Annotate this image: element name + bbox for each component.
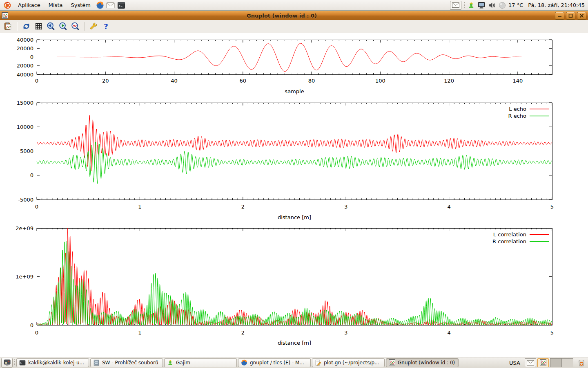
svg-text:40000: 40000 xyxy=(17,37,33,43)
taskbar-button-firefox[interactable]: gnuplot / tics (E) - M... xyxy=(238,358,311,367)
gajim-status-icon[interactable] xyxy=(468,2,475,9)
trash-applet[interactable] xyxy=(576,358,587,368)
maximize-button[interactable] xyxy=(566,12,575,20)
keyboard-layout-indicator[interactable]: USA xyxy=(506,360,523,366)
mail-launcher[interactable] xyxy=(106,0,116,10)
gnuplot-icon xyxy=(2,12,8,19)
gajim-icon xyxy=(167,359,174,366)
svg-text:R correlation: R correlation xyxy=(492,238,526,245)
toolbar-separator xyxy=(17,22,18,31)
mail-tray-button[interactable] xyxy=(525,358,536,367)
svg-text:-40000: -40000 xyxy=(15,72,33,78)
taskbar-button-gajim[interactable]: Gajim xyxy=(164,358,237,367)
gnuplot-plot-area[interactable]: 020406080100120140-40000-200000200004000… xyxy=(0,33,588,357)
gnuplot-tray-button[interactable] xyxy=(537,358,549,367)
svg-text:0: 0 xyxy=(35,204,38,210)
taskbar-button-file-manager[interactable]: SW - Prohlížeč souborů xyxy=(90,358,163,367)
mail-tray-icon xyxy=(452,2,459,8)
taskbar-button-terminal[interactable]: kaklik@kaklik-kolej-u... xyxy=(16,358,89,367)
zoom-next-button[interactable] xyxy=(58,21,69,32)
svg-text:4: 4 xyxy=(447,204,450,210)
replot-button[interactable] xyxy=(21,21,32,32)
mail-icon xyxy=(106,1,115,9)
svg-text:0: 0 xyxy=(30,54,33,60)
svg-text:3: 3 xyxy=(344,330,347,336)
svg-text:80: 80 xyxy=(308,78,315,84)
svg-text:5: 5 xyxy=(550,204,554,210)
gnuplot-window-icon xyxy=(2,12,9,19)
svg-text:10000: 10000 xyxy=(17,124,33,130)
minimize-button[interactable] xyxy=(555,12,564,20)
top-panel: Aplikace Místa Systém xyxy=(0,0,588,11)
file-manager-icon xyxy=(93,359,100,366)
series-l-correlation xyxy=(37,228,552,325)
taskbar: kaklik@kaklik-kolej-u... SW - Prohlížeč … xyxy=(0,357,588,368)
plot-3: 01234501e+092e+09distance [m]L correlati… xyxy=(16,225,554,346)
svg-text:2e+09: 2e+09 xyxy=(16,225,33,231)
window-list-handle[interactable] xyxy=(14,359,15,366)
plots-svg: 020406080100120140-40000-200000200004000… xyxy=(0,33,588,357)
clock-label[interactable]: Pá, 18. září, 21:40:45 xyxy=(528,2,585,8)
trash-icon xyxy=(577,358,586,367)
zoom-next-icon xyxy=(58,22,68,31)
svg-text:20: 20 xyxy=(102,78,109,84)
svg-text:4: 4 xyxy=(447,330,450,336)
close-button[interactable] xyxy=(577,12,586,20)
svg-text:140: 140 xyxy=(512,78,523,84)
menu-applications[interactable]: Aplikace xyxy=(14,0,45,10)
applet-handle[interactable] xyxy=(464,2,465,9)
ubuntu-logo-icon xyxy=(3,1,11,9)
autoscale-button[interactable] xyxy=(70,21,81,32)
svg-text:?: ? xyxy=(104,22,108,31)
svg-text:40: 40 xyxy=(171,78,178,84)
workspace-1[interactable] xyxy=(550,359,561,367)
svg-text:5: 5 xyxy=(550,330,554,336)
firefox-icon xyxy=(241,359,247,366)
settings-button[interactable] xyxy=(88,21,99,32)
series-r-echo xyxy=(37,142,552,184)
text-editor-icon xyxy=(315,359,321,366)
svg-text:-5000: -5000 xyxy=(18,197,33,203)
firefox-launcher[interactable] xyxy=(95,0,105,10)
minimize-icon xyxy=(557,14,562,18)
workspace-switcher[interactable] xyxy=(550,358,573,367)
ubuntu-logo-icon[interactable] xyxy=(2,1,14,9)
taskbar-button-label: Gnuplot (window id : 0) xyxy=(398,360,455,366)
taskbar-button-label: plot.gn (~/projects/p... xyxy=(324,360,379,366)
volume-icon[interactable] xyxy=(488,2,496,9)
svg-text:0: 0 xyxy=(30,322,33,328)
taskbar-button-editor[interactable]: plot.gn (~/projects/p... xyxy=(312,358,385,367)
help-button[interactable]: ? xyxy=(100,21,111,32)
menu-system[interactable]: Systém xyxy=(67,0,94,10)
menu-places[interactable]: Místa xyxy=(45,0,67,10)
firefox-icon xyxy=(96,1,104,9)
weather-icon[interactable] xyxy=(499,2,506,9)
svg-text:distance [m]: distance [m] xyxy=(278,340,311,346)
mail-tray-icon xyxy=(527,360,534,366)
gnuplot-window-titlebar[interactable]: Gnuplot (window id : 0) xyxy=(0,11,588,20)
plot-2: 012345-5000050001000015000distance [m]L … xyxy=(17,100,554,221)
svg-text:3: 3 xyxy=(344,204,347,210)
svg-text:distance [m]: distance [m] xyxy=(278,214,311,220)
svg-text:L echo: L echo xyxy=(509,106,526,112)
gnuplot-tray-icon xyxy=(540,359,546,366)
copy-to-clipboard-button[interactable] xyxy=(2,21,13,32)
svg-text:1: 1 xyxy=(138,330,141,336)
svg-text:15000: 15000 xyxy=(17,100,33,106)
svg-text:20000: 20000 xyxy=(17,45,33,52)
display-icon[interactable] xyxy=(477,2,486,9)
terminal-launcher[interactable] xyxy=(116,0,126,10)
zoom-previous-button[interactable] xyxy=(45,21,56,32)
autoscale-icon xyxy=(71,22,80,31)
close-icon xyxy=(579,14,584,18)
window-title: Gnuplot (window id : 0) xyxy=(9,13,555,19)
workspace-2[interactable] xyxy=(561,359,573,367)
show-desktop-button[interactable] xyxy=(1,358,13,368)
mail-tray-button[interactable] xyxy=(450,1,461,10)
series-signal xyxy=(37,43,527,72)
toggle-grid-button[interactable] xyxy=(33,21,44,32)
taskbar-button-gnuplot[interactable]: Gnuplot (window id : 0) xyxy=(386,358,459,367)
svg-text:-20000: -20000 xyxy=(15,63,33,69)
svg-text:0: 0 xyxy=(35,330,38,336)
toolbar-separator xyxy=(84,22,85,31)
